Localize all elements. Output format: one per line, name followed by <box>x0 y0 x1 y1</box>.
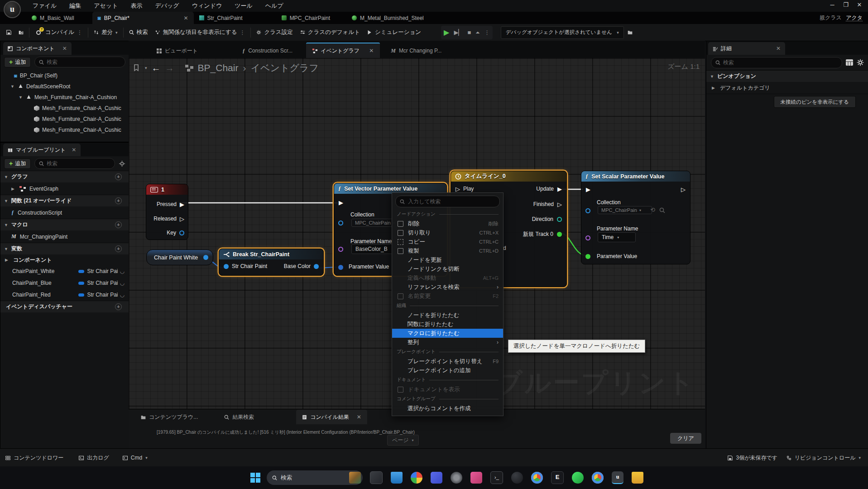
my-blueprint-search-input[interactable]: 検索 <box>34 158 115 169</box>
tab-find-results[interactable]: 結果検索 <box>218 410 260 424</box>
add-graph-icon[interactable]: + <box>115 173 122 180</box>
unreal-engine-taskbar-icon[interactable]: u <box>612 471 623 484</box>
add-function-icon[interactable]: + <box>115 197 122 204</box>
eye-closed-icon[interactable]: ◡ <box>120 268 125 274</box>
item-eventgraph[interactable]: ▶ EventGraph <box>0 182 129 195</box>
details-search-input[interactable]: 検索 <box>711 57 842 68</box>
struct-output-pin[interactable] <box>314 264 319 269</box>
epic-games-icon[interactable]: E <box>551 471 564 484</box>
chrome-icon[interactable] <box>531 472 543 484</box>
variable-output-pin[interactable] <box>203 255 208 260</box>
asset-tab-str-chairpaint[interactable]: Str_ChairPaint <box>194 12 248 24</box>
finished-exec-pin[interactable]: ▷ <box>557 201 562 207</box>
variable-row[interactable]: ChairPaint_Red Str Chair Pai ◡ <box>0 289 129 301</box>
menu-item-collapse-to-function[interactable]: 関数に折りたたむ <box>392 320 503 329</box>
section-graphs[interactable]: ▼グラフ+ <box>0 171 129 182</box>
menu-item-collapse-to-macro[interactable]: マクロに折りたたむ <box>392 329 503 338</box>
taskbar-search[interactable]: 検索 <box>267 470 363 485</box>
close-icon[interactable]: ✕ <box>72 147 76 153</box>
close-icon[interactable]: ✕ <box>776 45 781 52</box>
asset-tab-bp-chair[interactable]: ◙ BP_Chair* ✕ <box>92 12 194 24</box>
tree-item-defaultsceneroot[interactable]: ▼ DefaultSceneRoot <box>0 81 129 92</box>
exec-in-pin-connected[interactable]: ▶ <box>339 200 343 206</box>
collection-dropdown[interactable]: MPC_ChairPain▾ <box>598 206 652 214</box>
play-options-icon[interactable]: ⋮ <box>484 29 490 36</box>
browse-icon[interactable] <box>659 207 665 213</box>
windows-start-button[interactable] <box>250 473 260 483</box>
menu-item-delete[interactable]: 削除削除 <box>392 219 503 228</box>
variable-row[interactable]: ChairPaint_Blue Str Chair Pai ◡ <box>0 277 129 289</box>
class-defaults-button[interactable]: クラスのデフォルト <box>297 24 364 41</box>
window-minimize-button[interactable]: ─ <box>825 1 839 8</box>
menu-item-alignment[interactable]: 整列› <box>392 338 503 347</box>
unsaved-assets-button[interactable]: 3個が未保存です <box>728 454 777 462</box>
terminal-icon[interactable]: ›_ <box>490 471 503 484</box>
menu-item-add-breakpoint[interactable]: ブレークポイントの追加 <box>392 366 503 375</box>
menu-help[interactable]: ヘルプ <box>259 0 290 12</box>
window-maximize-button[interactable]: ❐ <box>839 1 853 8</box>
browse-asset-button[interactable] <box>15 24 27 41</box>
menu-item-find-references[interactable]: リファレンスを検索› <box>392 283 503 292</box>
menu-item-refresh-node[interactable]: ノードを更新 <box>392 255 503 264</box>
gear-icon[interactable] <box>857 59 864 66</box>
tab-mcr-changing[interactable]: M Mcr Changing P... <box>384 43 448 58</box>
chrome-icon[interactable] <box>592 472 604 484</box>
file-explorer-icon[interactable] <box>391 472 403 484</box>
bookmark-icon[interactable] <box>133 64 140 72</box>
steam-icon[interactable] <box>511 472 523 484</box>
menu-asset[interactable]: アセット <box>87 0 124 12</box>
item-mcr-changingpaint[interactable]: M Mcr_ChangingPaint <box>0 230 129 243</box>
menu-file[interactable]: ファイル <box>26 0 63 12</box>
tab-event-graph[interactable]: イベントグラフ ✕ <box>306 43 380 58</box>
variable-row[interactable]: ChairPaint_White Str Chair Pai ◡ <box>0 265 129 277</box>
settings-gear-icon[interactable] <box>451 472 462 484</box>
add-component-button[interactable]: +追加 <box>4 57 31 67</box>
exec-pin[interactable]: ▷ <box>180 216 184 222</box>
close-tab-icon[interactable]: ✕ <box>369 48 374 54</box>
display-filter-icon[interactable] <box>846 59 853 66</box>
parameter-name-pin[interactable] <box>338 247 343 252</box>
hide-unrelated-button[interactable]: 無関係な項目を非表示にする ⋮ <box>152 24 249 41</box>
window-close-button[interactable]: ✕ <box>853 1 866 8</box>
row-default-category[interactable]: ▶ デフォルトカテゴリ <box>706 82 868 94</box>
add-variable-icon[interactable]: + <box>115 245 122 252</box>
tab-content-browser[interactable]: コンテンツブラウ... <box>135 410 204 424</box>
play-icon[interactable]: ▶ <box>444 28 449 37</box>
menu-item-break-links[interactable]: ノードリンクを切断 <box>392 264 503 273</box>
tab-construction-script[interactable]: ƒ Construction Scr... <box>236 43 299 58</box>
class-settings-button[interactable]: クラス設定 <box>253 24 296 41</box>
caret-right-icon[interactable]: ▶ <box>712 86 716 90</box>
diff-button[interactable]: 差分 ▾ <box>90 24 121 41</box>
exec-out-pin[interactable]: ▷ <box>681 187 686 192</box>
item-constructionscript[interactable]: ƒ ConstructionScript <box>0 206 129 219</box>
nav-forward-icon[interactable]: → <box>165 63 174 73</box>
context-menu-search-input[interactable]: 入力して検索 <box>395 196 500 207</box>
edge-browser-icon[interactable] <box>411 472 422 484</box>
chevron-down-icon[interactable]: ▾ <box>145 66 147 70</box>
caret-down-icon[interactable]: ▼ <box>19 95 23 100</box>
teams-icon[interactable] <box>431 472 442 484</box>
key-pin[interactable] <box>179 230 184 235</box>
menu-item-cut[interactable]: 切り取りCTRL+X <box>392 228 503 237</box>
tree-item-mesh-child[interactable]: Mesh_Furniture_Chair-A_Cushic <box>0 125 129 135</box>
subsection-components[interactable]: ▶ コンポーネント <box>0 254 129 265</box>
close-tab-icon[interactable]: ✕ <box>357 414 361 420</box>
add-macro-icon[interactable]: + <box>115 221 122 228</box>
menu-item-copy[interactable]: コピーCTRL+C <box>392 237 503 246</box>
breadcrumb-root[interactable]: BP_Chair <box>198 62 239 73</box>
asset-tab-m-basic-wall[interactable]: M_Basic_Wall <box>26 12 80 24</box>
save-button[interactable] <box>3 24 15 41</box>
eye-closed-icon[interactable]: ◡ <box>120 292 125 298</box>
section-macros[interactable]: ▼マクロ+ <box>0 219 129 230</box>
exec-in-pin-connected[interactable]: ▶ <box>586 187 590 192</box>
asset-tab-m-metal[interactable]: M_Metal_Burnished_Steel <box>346 12 429 24</box>
caret-down-icon[interactable]: ▼ <box>10 84 15 89</box>
menu-debug[interactable]: デバッグ <box>149 0 185 12</box>
simulation-button[interactable]: シミュレーション <box>364 24 425 41</box>
close-tab-icon[interactable]: ✕ <box>184 15 188 21</box>
unreal-logo-icon[interactable]: u <box>4 1 21 18</box>
parameter-value-pin-connected[interactable] <box>338 265 343 270</box>
cmd-dropdown[interactable]: Cmd ▾ <box>123 455 148 461</box>
direction-pin[interactable] <box>557 217 562 222</box>
stop-icon[interactable]: ■ <box>467 29 471 36</box>
